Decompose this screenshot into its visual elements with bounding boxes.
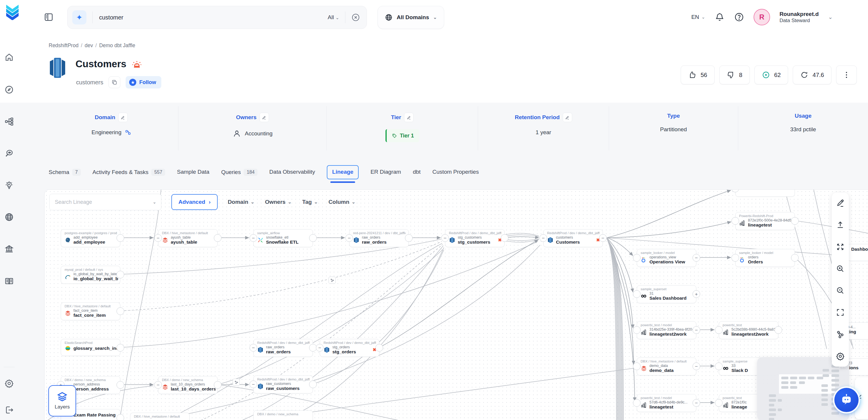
node-minus-toggle[interactable]: − (692, 399, 700, 407)
lineage-node-lineagetest2work_a[interactable]: powerbi_test / model314bd25e-339f-4bea-8… (637, 321, 696, 339)
user-menu-chevron-icon[interactable]: ⌄ (828, 14, 833, 20)
tab-lineage[interactable]: Lineage (327, 165, 359, 179)
edit-retention-button[interactable] (563, 113, 572, 122)
edit-domain-button[interactable] (118, 113, 128, 122)
lineage-canvas[interactable]: postgres-example / postgres / production… (44, 189, 868, 420)
lineage-filter-tag[interactable]: Tag⌄ (302, 199, 318, 205)
search-scope-dropdown[interactable]: All ⌄ (328, 14, 339, 21)
breadcrumb-item[interactable]: dev (85, 42, 93, 49)
atlan-logo[interactable] (6, 5, 19, 20)
lineage-minimap[interactable] (757, 357, 849, 420)
logout-icon[interactable] (4, 405, 14, 415)
lineage-search[interactable]: ⌄ (49, 194, 161, 210)
zoom-out-tool-icon[interactable] (836, 286, 845, 295)
settings-gear-icon[interactable] (4, 379, 14, 388)
ai-chatbot-button[interactable] (834, 388, 859, 412)
lineage-node-demo_data[interactable]: DBX / hive_metastore / defaultdemo_datad… (637, 357, 696, 376)
tier-badge[interactable]: Tier 1 (385, 129, 420, 142)
glossary-icon[interactable] (4, 277, 14, 286)
compass-icon[interactable] (4, 85, 14, 94)
notifications-bell-icon[interactable] (715, 12, 725, 22)
lineage-node-glossary_search_index[interactable]: ElasticSearchProdglossary_search_index (61, 339, 120, 356)
node-minus-toggle[interactable]: − (316, 344, 323, 352)
workflows-icon[interactable] (4, 117, 14, 126)
sidebar-toggle-icon[interactable] (44, 12, 54, 22)
lineage-node-raw_customers[interactable]: RedshiftProd / dev / demo_dbt_jaffleraw_… (253, 376, 313, 393)
node-minus-toggle[interactable]: − (599, 234, 607, 242)
settings-tool-icon[interactable] (836, 352, 845, 361)
advanced-filters-button[interactable]: Advanced› (172, 194, 218, 210)
lineage-node-customers[interactable]: RedshiftProd / dev / demo_dbt_jafflecust… (543, 229, 603, 247)
lineage-node-lineagetest_c[interactable]: powerbi_test / model57d6-4cf9-bd4b-de9c.… (637, 394, 696, 412)
edit-tool-icon[interactable] (836, 199, 845, 207)
node-minus-toggle[interactable]: − (692, 362, 700, 370)
home-icon[interactable] (4, 53, 14, 62)
edit-owners-button[interactable] (259, 113, 269, 122)
breadcrumb[interactable]: RedshiftProd/dev/Demo dbt Jaffle (49, 42, 135, 49)
tab-sample-data[interactable]: Sample Data (177, 165, 209, 175)
lineage-node-partial_dbx_demo[interactable]: DBX / demo / new_schema (253, 410, 313, 420)
lineage-node-io_global_by_wait_by_latency[interactable]: mysql_prod / default / sysio_global_by_w… (61, 266, 120, 284)
node-minus-toggle[interactable]: − (692, 326, 700, 334)
lineage-node-lineagetest_top[interactable]: Powerbi-Redshift-Prod872e1f0c-500e-4e28-… (735, 212, 795, 230)
all-domains-button[interactable]: All Domains⌄ (377, 6, 444, 29)
export-tool-icon[interactable] (836, 220, 845, 229)
fullscreen-tool-icon[interactable] (836, 308, 845, 317)
copy-name-button[interactable] (108, 77, 120, 88)
process-badge-icon[interactable] (329, 277, 336, 284)
lineage-node-omone[interactable]: omone (735, 189, 795, 197)
node-minus-toggle[interactable]: − (539, 234, 547, 242)
clear-search-icon[interactable] (351, 13, 360, 22)
tab-er-diagram[interactable]: ER Diagram (370, 165, 401, 175)
tab-custom-properties[interactable]: Custom Properties (432, 165, 479, 175)
edit-tier-button[interactable] (404, 113, 413, 122)
lineage-filter-domain[interactable]: Domain⌄ (228, 199, 254, 205)
node-plus-toggle[interactable]: + (692, 290, 700, 298)
process-badge-icon[interactable] (233, 379, 240, 386)
ai-sparkle-icon[interactable]: ✦ (72, 10, 86, 25)
discovery-icon[interactable] (4, 149, 14, 158)
follow-button[interactable]: ★ Follow (126, 76, 161, 88)
node-minus-toggle[interactable]: − (345, 234, 353, 242)
expand-tool-icon[interactable] (836, 242, 845, 251)
graph-tool-icon[interactable] (836, 330, 845, 339)
lineage-node-partial_dbx_hive[interactable]: DBX / hive_metastore / default (130, 413, 190, 420)
lineage-node-orders[interactable]: sample_looker / modelordersOrders (735, 249, 795, 267)
tab-activity-feeds-tasks[interactable]: Activity Feeds & Tasks557 (93, 165, 165, 176)
lineage-node-snowflake_etl[interactable]: sample_airflowsnowflake_etlSnowflake ETL… (253, 229, 313, 247)
language-selector[interactable]: EN⌄ (691, 14, 705, 20)
lineage-node-raw_orders_1[interactable]: red-pere-20241211 / dev / dbt_jaffleraw_… (349, 229, 409, 247)
governance-icon[interactable] (4, 244, 14, 253)
user-avatar[interactable]: R (753, 9, 770, 25)
lineage-node-operations_view[interactable]: sample_looker / modeloperations_viewOper… (637, 249, 696, 267)
lineage-node-fact_core_item[interactable]: DBX / hive_metastore / defaultfact_core_… (61, 302, 120, 320)
more-actions-button[interactable] (836, 65, 857, 84)
lineage-filter-owners[interactable]: Owners⌄ (265, 199, 291, 205)
lineage-filter-column[interactable]: Column⌄ (329, 199, 355, 205)
upvote-button[interactable]: 56 (681, 65, 714, 84)
help-icon[interactable] (734, 12, 744, 22)
zoom-in-tool-icon[interactable] (836, 264, 845, 273)
lineage-node-sales_dashboard[interactable]: sample_superset31Sales Dashboard+ (637, 285, 696, 303)
watchers-button[interactable]: 62 (754, 65, 788, 84)
breadcrumb-item[interactable]: RedshiftProd (49, 42, 79, 49)
lineage-node-lineagetest2work_b[interactable]: powerbi_test5c2bd38b-6980-44c5-9a81-7b3.… (719, 321, 778, 339)
node-minus-toggle[interactable]: − (154, 381, 162, 389)
insights-icon[interactable] (4, 181, 14, 190)
global-search[interactable]: ✦ All ⌄ (67, 6, 367, 29)
lineage-node-raw_orders_2[interactable]: RedshiftProd / dev / demo_dbt_jaffleraw_… (253, 339, 313, 357)
tab-queries[interactable]: Queries184 (221, 165, 257, 176)
announcement-siren-icon[interactable] (131, 59, 142, 69)
downvote-button[interactable]: 8 (719, 65, 750, 84)
node-minus-toggle[interactable]: − (692, 254, 700, 262)
lineage-node-last_10_days_orders[interactable]: DBX / demo / new_schemalast_10_days_orde… (158, 376, 218, 394)
node-minus-toggle[interactable]: − (250, 344, 257, 352)
tab-dbt[interactable]: dbt (413, 165, 421, 175)
search-input[interactable] (98, 14, 265, 21)
node-minus-toggle[interactable]: − (250, 381, 257, 388)
lineage-search-input[interactable] (54, 199, 135, 206)
lineage-node-add_employee[interactable]: postgres-example / postgres / production… (61, 229, 120, 247)
tab-data-observability[interactable]: Data Observability (269, 165, 315, 175)
layers-button[interactable]: Layers (49, 385, 76, 417)
breadcrumb-item[interactable]: Demo dbt Jaffle (99, 42, 135, 49)
